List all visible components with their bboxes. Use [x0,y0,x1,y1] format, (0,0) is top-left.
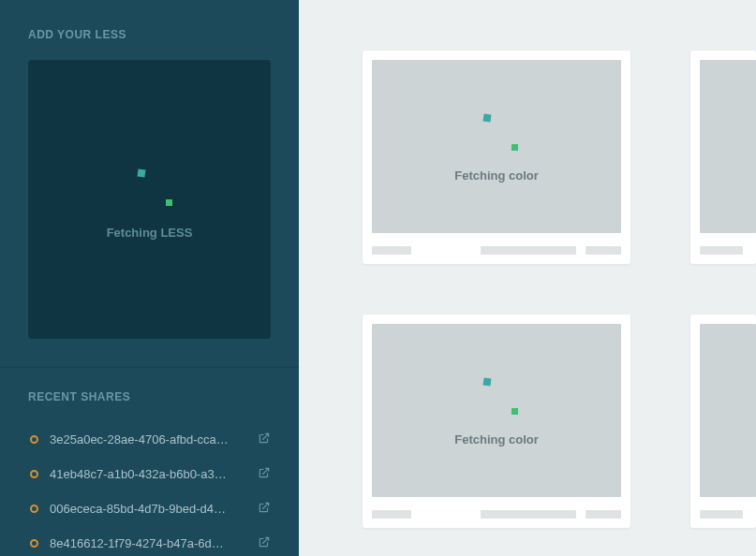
bullet-icon [30,539,38,548]
share-item[interactable]: 8e416612-1f79-4274-b47a-6d… [28,526,271,556]
card-thumbnail [700,324,756,497]
skeleton-block [372,246,411,255]
color-card[interactable] [690,315,756,528]
share-item[interactable]: 3e25a0ec-28ae-4706-afbd-cca… [28,422,271,457]
recent-shares-list: 3e25a0ec-28ae-4706-afbd-cca… 41eb48c7-a1… [28,422,271,556]
loading-spinner-icon [476,374,517,416]
skeleton-block [372,510,411,519]
sidebar: ADD YOUR LESS Fetching LESS RECENT SHARE… [0,0,299,556]
add-less-title: ADD YOUR LESS [28,28,271,41]
skeleton-meta [700,510,756,519]
fetching-color-label: Fetching color [454,432,539,446]
share-icon[interactable] [258,432,271,447]
skeleton-block [700,246,743,255]
loading-spinner-icon [126,160,173,207]
less-dropzone[interactable]: Fetching LESS [28,60,271,339]
card-thumbnail: Fetching color [372,60,621,233]
share-icon[interactable] [258,535,271,551]
fetching-color-label: Fetching color [454,168,539,183]
add-less-section: ADD YOUR LESS Fetching LESS [0,0,299,368]
bullet-icon [30,505,38,513]
main-content: Fetching color [299,0,756,556]
card-row: Fetching color [363,51,756,264]
share-item[interactable]: 41eb48c7-a1b0-432a-b6b0-a3… [28,457,271,491]
card-row: Fetching color [363,315,756,528]
share-label: 006ececa-85bd-4d7b-9bed-d4… [50,502,258,516]
share-label: 3e25a0ec-28ae-4706-afbd-cca… [50,432,258,446]
fetching-less-label: Fetching LESS [107,226,193,240]
share-icon[interactable] [258,466,271,482]
share-item[interactable]: 006ececa-85bd-4d7b-9bed-d4… [28,491,271,526]
skeleton-meta [700,246,756,255]
skeleton-meta [372,510,621,519]
skeleton-meta [372,246,621,255]
skeleton-block [481,246,576,255]
share-label: 41eb48c7-a1b0-432a-b6b0-a3… [50,467,258,481]
card-thumbnail [700,60,756,233]
share-icon[interactable] [258,501,271,517]
bullet-icon [30,435,38,444]
card-grid: Fetching color [363,51,756,528]
share-label: 8e416612-1f79-4274-b47a-6d… [50,536,258,550]
skeleton-block [481,510,576,519]
recent-shares-title: RECENT SHARES [28,390,271,403]
color-card[interactable]: Fetching color [363,51,630,264]
color-card[interactable] [690,51,756,264]
skeleton-block [586,246,621,255]
recent-shares-section: RECENT SHARES 3e25a0ec-28ae-4706-afbd-cc… [0,368,299,556]
bullet-icon [30,470,38,478]
color-card[interactable]: Fetching color [363,315,630,528]
skeleton-block [586,510,621,519]
loading-spinner-icon [476,110,517,152]
skeleton-block [700,510,743,519]
card-thumbnail: Fetching color [372,324,621,497]
